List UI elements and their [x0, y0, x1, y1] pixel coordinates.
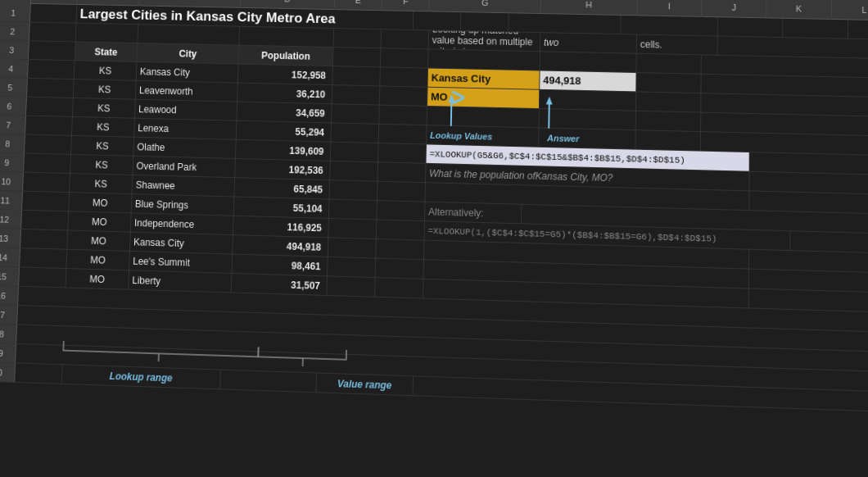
state-header: State — [75, 42, 138, 61]
col-header-f: F — [382, 0, 431, 11]
answer-label: Answer — [539, 128, 636, 148]
perspective-transform: A B C D E F G H I J K L 1 Largest Cities… — [0, 0, 868, 477]
col-header-l: L — [832, 0, 868, 20]
lookup-city-cell[interactable]: Kansas City — [428, 69, 540, 89]
col-header-k: K — [766, 0, 832, 20]
city-header: City — [137, 43, 239, 64]
pop-header: Population — [239, 46, 334, 66]
answer-cell: 494,918 — [540, 70, 636, 91]
col-header-i: I — [637, 0, 702, 17]
lookup-state-cell[interactable]: MO — [427, 88, 540, 108]
alt-label: Alternatively: — [425, 202, 522, 224]
col-header-j: J — [702, 0, 766, 18]
col-header-e: E — [335, 0, 382, 11]
value-range-label: Value range — [316, 373, 414, 395]
spreadsheet-container: A B C D E F G H I J K L 1 Largest Cities… — [0, 0, 868, 477]
lookup-values-label: Lookup Values — [427, 125, 539, 147]
rows-area: 1 Largest Cities in Kansas City Metro Ar… — [0, 3, 868, 477]
